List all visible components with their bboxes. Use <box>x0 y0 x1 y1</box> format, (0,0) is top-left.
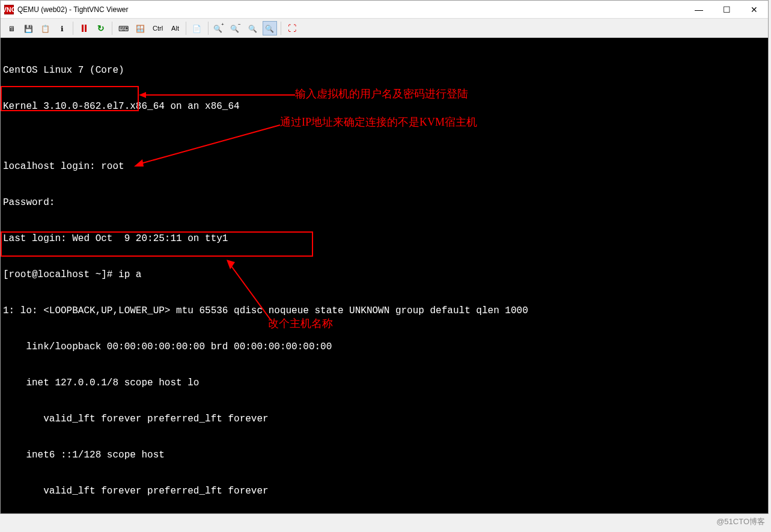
svg-marker-5 <box>227 260 235 269</box>
save-button[interactable] <box>21 21 35 35</box>
svg-marker-1 <box>139 92 146 98</box>
terminal-viewport[interactable]: CentOS Linux 7 (Core) Kernel 3.10.0-862.… <box>1 38 768 513</box>
options-icon <box>41 23 50 33</box>
connect-icon <box>8 23 15 33</box>
toolbar-separator <box>73 22 73 35</box>
info-button[interactable] <box>55 21 69 35</box>
ctrl-alt-del-button[interactable] <box>116 21 130 35</box>
window-controls: — ☐ ✕ <box>685 1 768 18</box>
zoom-auto-button[interactable] <box>263 21 277 35</box>
minimize-button[interactable]: — <box>685 1 713 19</box>
annotation-label-login: 输入虚拟机的用户名及密码进行登陆 <box>295 88 468 100</box>
fullscreen-icon <box>288 23 296 33</box>
ctrl-esc-button[interactable] <box>133 21 147 35</box>
pause-button[interactable] <box>77 21 91 35</box>
svg-line-2 <box>139 125 280 164</box>
fullscreen-button[interactable] <box>285 21 299 35</box>
annotation-label-ip: 通过IP地址来确定连接的不是KVM宿主机 <box>280 116 477 128</box>
zoom-100-button[interactable] <box>246 21 260 35</box>
terminal-line: [root@localhost ~]# ip a <box>3 269 766 281</box>
annotation-label-hostname: 改个主机名称 <box>268 317 333 329</box>
refresh-icon <box>97 23 105 33</box>
toolbar-separator <box>281 22 281 35</box>
new-connection-button[interactable] <box>4 21 19 35</box>
file-transfer-button[interactable] <box>190 21 204 35</box>
toolbar-separator <box>186 22 186 35</box>
close-button[interactable]: ✕ <box>740 1 768 19</box>
terminal-line: valid_lft forever preferred_lft forever <box>3 485 766 497</box>
zoom-in-button[interactable]: + <box>212 21 227 35</box>
app-icon: VNC <box>4 5 14 14</box>
titlebar[interactable]: VNC QEMU (web02) - TightVNC Viewer — ☐ ✕ <box>1 1 768 19</box>
refresh-button[interactable] <box>94 21 108 35</box>
terminal-line: localhost login: root <box>3 161 766 173</box>
keyboard-icon <box>118 23 129 33</box>
toolbar-separator <box>112 22 112 35</box>
toolbar-separator <box>208 22 209 35</box>
watermark: @51CTO博客 <box>716 516 765 527</box>
terminal-line: inet6 ::1/128 scope host <box>3 449 766 461</box>
terminal-line: inet 127.0.0.1/8 scope host lo <box>3 377 766 389</box>
window-title: QEMU (web02) - TightVNC Viewer <box>17 5 685 14</box>
start-menu-icon <box>136 23 145 33</box>
alt-key-button[interactable]: Alt <box>168 23 182 34</box>
options-button[interactable] <box>38 21 52 35</box>
terminal-line: valid_lft forever preferred_lft forever <box>3 413 766 425</box>
zoom-auto-icon <box>265 23 274 33</box>
file-icon <box>192 23 201 33</box>
maximize-button[interactable]: ☐ <box>713 1 740 19</box>
terminal-line: 1: lo: <LOOPBACK,UP,LOWER_UP> mtu 65536 … <box>3 305 766 317</box>
zoom-out-button[interactable]: − <box>229 21 243 35</box>
ctrl-key-button[interactable]: Ctrl <box>150 23 166 34</box>
terminal-line: Password: <box>3 197 766 209</box>
annotation-arrow <box>139 89 295 101</box>
pause-icon <box>82 25 87 32</box>
terminal-line: Kernel 3.10.0-862.el7.x86_64 on an x86_6… <box>3 100 766 112</box>
terminal-line: Last login: Wed Oct 9 20:25:11 on tty1 <box>3 233 766 245</box>
toolbar: Ctrl Alt + − <box>1 19 768 38</box>
terminal-line: CentOS Linux 7 (Core) <box>3 64 766 76</box>
terminal-line: link/loopback 00:00:00:00:00:00 brd 00:0… <box>3 341 766 353</box>
vnc-window: VNC QEMU (web02) - TightVNC Viewer — ☐ ✕… <box>0 0 769 514</box>
save-icon <box>24 23 33 33</box>
zoom-100-icon <box>248 23 257 33</box>
info-icon <box>61 23 64 33</box>
